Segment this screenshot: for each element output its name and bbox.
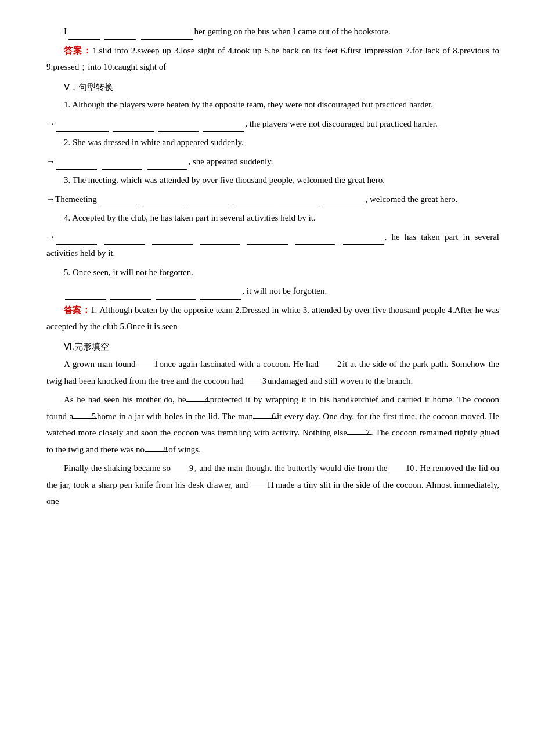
q4-blank-7 (343, 235, 384, 245)
blank-p3-10: 10 (387, 461, 415, 470)
answer2-text: 1. Although beaten by the opposite team … (46, 305, 499, 332)
blank-3 (141, 30, 193, 40)
q3-blank-3 (188, 197, 229, 207)
q4-blank-3 (152, 235, 193, 245)
answer1-label: 答案： (64, 46, 92, 55)
q5-suffix: , it will not be forgotten. (242, 286, 327, 296)
q2-text: 2. She was dressed in white and appeared… (46, 134, 499, 151)
answer2-block: 答案：1. Although beaten by the opposite te… (46, 302, 499, 335)
q3-blank-5 (279, 197, 319, 207)
answer2-label: 答案： (64, 305, 91, 315)
answer1-block: 答案：1.slid into 2.sweep up 3.lose sight o… (46, 42, 499, 75)
q1-arrow-line: → , the players were not discouraged but… (46, 116, 499, 132)
blank-p3-9: 9 (171, 461, 194, 470)
q4-blank-5 (247, 235, 288, 245)
q3-blank-1 (98, 197, 139, 207)
para3-block: Finally the shaking became so9, and the … (46, 460, 499, 510)
q4-arrow: → (46, 232, 55, 242)
q4-blank-1 (56, 235, 97, 245)
q3-arrow-line: →Themeeting , welcomed the great hero. (46, 191, 499, 208)
para1-block: A grown man found1once again fascinated … (46, 356, 499, 389)
q2-blank-1 (56, 159, 97, 170)
q5-blank-3 (156, 289, 196, 300)
q3-suffix: , welcomed the great hero. (365, 195, 457, 204)
q5-blank-2 (110, 289, 151, 300)
q3-arrow: →Themeeting (46, 195, 97, 204)
q1-text: 1. Although the players were beaten by t… (46, 96, 499, 113)
q1-blank-1 (56, 121, 109, 132)
blank-1 (68, 30, 100, 40)
blank-p2-4: 4 (186, 393, 210, 402)
q3-blank-2 (143, 197, 183, 207)
q5-arrow-line: , it will not be forgotten. (46, 283, 499, 300)
q1-suffix: , the players were not discouraged but p… (245, 119, 438, 128)
q3-text: 3. The meeting, which was attended by ov… (46, 172, 499, 189)
q5-blank-4 (200, 289, 241, 300)
para2-block: As he had seen his mother do, he4protect… (46, 391, 499, 458)
q3-blank-6 (323, 197, 364, 207)
blank-2 (104, 30, 136, 40)
intro-i: I (64, 27, 67, 36)
q2-blank-3 (147, 159, 187, 170)
intro-rest: her getting on the bus when I came out o… (194, 27, 391, 36)
blank-p3-11: 11 (248, 478, 275, 487)
q3-blank-4 (233, 197, 274, 207)
blank-p2-8: 8 (145, 442, 168, 452)
section6-title: Ⅵ.完形填空 (46, 339, 499, 355)
q5-text: 5. Once seen, it will not be forgotten. (46, 264, 499, 281)
q4-arrow-line: → , he has taken part in several activit… (46, 229, 499, 262)
q1-blank-2 (113, 121, 154, 132)
blank-p1-3: 3 (244, 374, 268, 383)
q2-blank-2 (102, 159, 142, 170)
blank-p2-6: 6 (253, 409, 277, 419)
q2-arrow: → (46, 157, 55, 166)
q1-blank-4 (203, 121, 244, 132)
q4-text: 4. Accepted by the club, he has taken pa… (46, 210, 499, 226)
page-content: I her getting on the bus when I came out… (46, 23, 499, 510)
q2-suffix: , she appeared suddenly. (189, 157, 273, 166)
q4-blank-4 (200, 235, 240, 245)
q5-blank-1 (65, 289, 106, 300)
blank-p2-5: 5 (73, 409, 97, 419)
blank-p2-7: 7 (347, 426, 371, 435)
q1-blank-3 (158, 121, 199, 132)
q4-blank-2 (104, 235, 145, 245)
blank-p1-2: 2 (319, 357, 342, 366)
intro-line: I her getting on the bus when I came out… (46, 23, 499, 40)
q2-arrow-line: → , she appeared suddenly. (46, 153, 499, 170)
blank-p1-1: 1 (135, 357, 159, 366)
q1-arrow: → (46, 119, 55, 128)
section5-title: Ⅴ．句型转换 (46, 79, 499, 96)
answer1-text: 1.slid into 2.sweep up 3.lose sight of 4… (46, 46, 499, 72)
q4-blank-6 (295, 235, 335, 245)
